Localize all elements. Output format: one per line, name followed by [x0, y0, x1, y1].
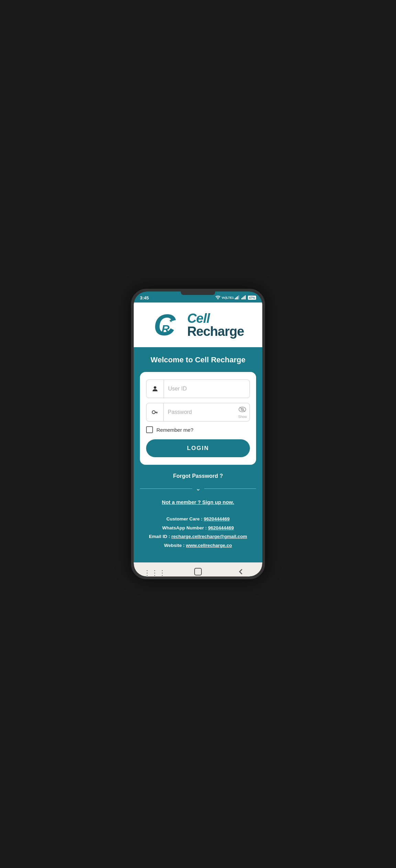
battery-indicator: 47% — [248, 296, 256, 300]
chevron-down-icon: ⌄ — [196, 485, 201, 492]
svg-text:R: R — [162, 323, 169, 335]
back-nav-button[interactable] — [231, 567, 251, 576]
svg-rect-15 — [157, 413, 157, 414]
user-icon — [146, 380, 164, 398]
status-icons: Vo)LTE1 — [215, 295, 256, 300]
phone-screen: 3:45 Vo)LTE1 — [134, 292, 262, 576]
signup-link[interactable]: Not a member ? Sign up now. — [140, 499, 256, 505]
svg-rect-4 — [238, 295, 239, 299]
contact-info: Customer Care : 9620444469 WhatsApp Numb… — [140, 515, 256, 550]
phone-notch — [181, 292, 215, 295]
remember-me-label: Remember me? — [156, 427, 194, 433]
logo-recharge-text: Recharge — [187, 325, 244, 338]
website-label: Website : — [164, 543, 186, 548]
divider-left — [140, 488, 192, 489]
svg-rect-1 — [235, 298, 236, 299]
logo-icon: C R — [152, 309, 183, 340]
key-icon — [146, 403, 164, 421]
logo-area: C R Cell Recharge — [134, 303, 262, 347]
password-input[interactable] — [164, 404, 250, 420]
svg-rect-7 — [244, 296, 245, 299]
userid-input[interactable] — [164, 381, 250, 397]
website-value[interactable]: www.cellrecharge.co — [186, 543, 232, 548]
website-row: Website : www.cellrecharge.co — [140, 541, 256, 550]
signal-icon-2 — [241, 295, 247, 300]
logo-text-group: Cell Recharge — [187, 312, 244, 338]
remember-me-row: Remember me? — [146, 426, 250, 433]
welcome-title: Welcome to Cell Recharge — [140, 355, 256, 364]
home-nav-button[interactable] — [188, 567, 208, 576]
svg-rect-8 — [245, 295, 246, 299]
hamburger-icon: ⋮⋮⋮ — [144, 569, 166, 576]
customer-care-number[interactable]: 9620444469 — [204, 516, 230, 521]
svg-rect-16 — [156, 413, 156, 413]
svg-rect-6 — [242, 297, 243, 299]
main-content: Welcome to Cell Recharge — [134, 347, 262, 562]
userid-input-wrapper — [146, 380, 250, 398]
remember-me-checkbox[interactable] — [146, 426, 153, 433]
login-button[interactable]: LOGIN — [146, 439, 250, 457]
svg-rect-2 — [236, 297, 237, 299]
login-card: Show Remember me? LOGIN — [140, 372, 256, 465]
password-input-wrapper: Show — [146, 403, 250, 421]
back-chevron-icon — [237, 568, 245, 576]
svg-rect-3 — [237, 296, 238, 299]
bottom-nav: ⋮⋮⋮ — [134, 562, 262, 576]
email-value[interactable]: recharge.cellrecharge@gmail.com — [172, 534, 247, 539]
customer-care-row: Customer Care : 9620444469 — [140, 515, 256, 524]
whatsapp-label: WhatsApp Number : — [162, 525, 208, 530]
svg-point-0 — [218, 299, 218, 299]
whatsapp-number[interactable]: 9620444469 — [208, 525, 234, 530]
home-square-icon — [193, 567, 203, 576]
logo-container: C R Cell Recharge — [152, 309, 244, 340]
lte-icon: Vo)LTE1 — [222, 296, 234, 299]
svg-rect-5 — [241, 298, 242, 299]
whatsapp-row: WhatsApp Number : 9620444469 — [140, 524, 256, 532]
divider-right — [204, 488, 256, 489]
show-label: Show — [238, 415, 247, 419]
svg-rect-14 — [155, 412, 157, 413]
divider-row: ⌄ — [140, 485, 256, 492]
signal-icon — [235, 295, 240, 300]
svg-rect-20 — [195, 568, 201, 575]
email-label: Email ID : — [149, 534, 171, 539]
email-row: Email ID : recharge.cellrecharge@gmail.c… — [140, 532, 256, 541]
customer-care-label: Customer Care : — [166, 516, 204, 521]
menu-nav-button[interactable]: ⋮⋮⋮ — [145, 567, 165, 576]
eye-icon — [238, 406, 246, 415]
forgot-password-link[interactable]: Forgot Password ? — [140, 473, 256, 479]
wifi-icon — [215, 295, 221, 300]
svg-point-12 — [154, 386, 156, 389]
status-time: 3:45 — [140, 295, 149, 300]
svg-point-13 — [152, 411, 155, 414]
phone-frame: 3:45 Vo)LTE1 — [131, 289, 265, 579]
show-password-button[interactable]: Show — [238, 406, 247, 419]
logo-cell-text: Cell — [187, 312, 244, 325]
